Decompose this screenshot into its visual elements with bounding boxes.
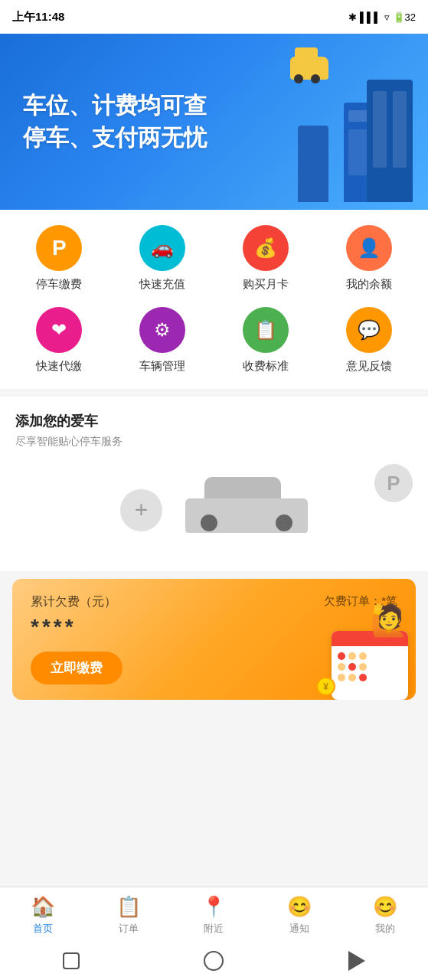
car-illustration — [185, 479, 308, 541]
quick-menu: P 停车缴费 🚗 快速充值 💰 购买月卡 👤 我的余额 ❤ — [0, 210, 428, 389]
notify-icon: 😊 — [287, 895, 312, 919]
mine-icon: 😊 — [373, 895, 397, 919]
buy-monthly-label: 购买月卡 — [243, 277, 289, 292]
cal-dot — [338, 652, 345, 660]
fast-recharge-label: 快速充值 — [139, 277, 185, 292]
home-icon: 🏠 — [31, 895, 55, 919]
car-wheel-right — [276, 514, 292, 531]
nav-item-mine[interactable]: 😊 我的 — [347, 895, 423, 936]
menu-item-parking-fee[interactable]: P 停车缴费 — [17, 225, 101, 292]
car-banner-icon — [290, 57, 328, 80]
nav-item-nearby[interactable]: 📍 附近 — [175, 895, 252, 936]
status-icons: ✱ ▌▌▌ ▿ 🔋32 — [348, 11, 416, 23]
cal-dot — [338, 663, 345, 671]
square-icon — [63, 952, 80, 969]
sys-home-button[interactable] — [200, 947, 227, 975]
circle-icon — [204, 951, 224, 971]
cal-dot — [348, 652, 356, 660]
cal-dot — [359, 652, 367, 660]
building2-icon — [367, 80, 413, 202]
fee-standard-icon: 📋 — [243, 307, 289, 353]
triangle-icon — [348, 951, 365, 971]
menu-row-2: ❤ 快速代缴 ⚙ 车辆管理 📋 收费标准 💬 意见反馈 — [8, 307, 420, 374]
cal-dot — [359, 674, 367, 681]
order-icon: 📋 — [116, 895, 141, 919]
fast-proxy-label: 快速代缴 — [36, 359, 82, 374]
calendar-deco: 🙋 ¥ — [309, 608, 408, 700]
my-balance-label: 我的余额 — [346, 277, 392, 292]
status-bar: 上午11:48 ✱ ▌▌▌ ▿ 🔋32 — [0, 0, 428, 34]
nav-notify-label: 通知 — [289, 922, 309, 936]
battery-icon: 🔋32 — [393, 11, 416, 23]
fee-label: 累计欠费（元） — [31, 594, 123, 610]
add-car-button[interactable]: + — [120, 489, 162, 531]
banner-text: 车位、计费均可查 停车、支付两无忧 — [23, 90, 207, 154]
menu-row-1: P 停车缴费 🚗 快速充值 💰 购买月卡 👤 我的余额 — [8, 225, 420, 292]
car-wheel-left — [201, 514, 217, 531]
parking-p-icon: P — [374, 464, 413, 502]
nav-item-notify[interactable]: 😊 通知 — [261, 895, 338, 936]
cal-dot — [348, 674, 356, 681]
feedback-icon: 💬 — [346, 307, 392, 353]
parking-fee-icon: P — [36, 225, 82, 271]
nearby-icon: 📍 — [201, 895, 226, 919]
add-car-section: 添加您的爱车 尽享智能贴心停车服务 + P — [0, 397, 428, 571]
feedback-label: 意见反馈 — [346, 359, 392, 374]
system-nav-bar — [0, 942, 428, 980]
car-body — [185, 498, 308, 533]
nav-mine-label: 我的 — [375, 922, 395, 936]
my-balance-icon: 👤 — [346, 225, 392, 271]
fee-left: 累计欠费（元） **** 立即缴费 — [31, 594, 123, 684]
sys-back-button[interactable] — [343, 947, 371, 975]
coin-deco-icon: ¥ — [316, 677, 335, 696]
building3-icon — [298, 126, 328, 202]
menu-item-car-manage[interactable]: ⚙ 车辆管理 — [120, 307, 204, 374]
car-display: + P — [15, 464, 413, 556]
pay-now-button[interactable]: 立即缴费 — [31, 652, 123, 684]
content-spacer — [0, 707, 428, 769]
nav-home-label: 首页 — [33, 922, 53, 936]
car-manage-label: 车辆管理 — [139, 359, 185, 374]
bluetooth-icon: ✱ — [348, 11, 357, 23]
fast-recharge-icon: 🚗 — [139, 225, 185, 271]
menu-item-my-balance[interactable]: 👤 我的余额 — [327, 225, 411, 292]
calendar-body — [332, 631, 408, 700]
calendar-dots — [338, 652, 402, 684]
add-car-title: 添加您的爱车 — [15, 412, 413, 430]
nav-item-home[interactable]: 🏠 首页 — [5, 895, 81, 936]
nav-order-label: 订单 — [119, 922, 139, 936]
sys-square-button[interactable] — [57, 947, 85, 975]
wifi-icon: ▿ — [384, 11, 390, 23]
fee-standard-label: 收费标准 — [243, 359, 289, 374]
signal-icon: ▌▌▌ — [360, 11, 381, 23]
menu-item-buy-monthly[interactable]: 💰 购买月卡 — [224, 225, 308, 292]
plus-icon: + — [135, 497, 149, 523]
menu-item-fast-recharge[interactable]: 🚗 快速充值 — [120, 225, 204, 292]
cal-dot — [338, 674, 345, 681]
car-manage-icon: ⚙ — [139, 307, 185, 353]
menu-item-fast-proxy[interactable]: ❤ 快速代缴 — [17, 307, 101, 374]
bottom-nav: 🏠 首页 📋 订单 📍 附近 😊 通知 😊 我的 — [0, 887, 428, 942]
fee-decoration: 🙋 ¥ — [309, 608, 408, 700]
menu-item-fee-standard[interactable]: 📋 收费标准 — [224, 307, 308, 374]
person-deco-icon: 🙋 — [370, 603, 408, 639]
fast-proxy-icon: ❤ — [36, 307, 82, 353]
nav-item-order[interactable]: 📋 订单 — [90, 895, 167, 936]
fee-banner[interactable]: 累计欠费（元） **** 立即缴费 欠费订单：*笔 — [12, 579, 416, 700]
banner-line1: 车位、计费均可查 停车、支付两无忧 — [23, 90, 207, 154]
cal-dot — [348, 663, 356, 671]
menu-item-feedback[interactable]: 💬 意见反馈 — [327, 307, 411, 374]
nav-nearby-label: 附近 — [204, 922, 224, 936]
status-time: 上午11:48 — [12, 10, 64, 24]
fee-amount: **** — [31, 615, 123, 639]
buy-monthly-icon: 💰 — [243, 225, 289, 271]
banner: 车位、计费均可查 停车、支付两无忧 — [0, 34, 428, 210]
cal-dot — [359, 663, 367, 671]
add-car-subtitle: 尽享智能贴心停车服务 — [15, 435, 413, 449]
parking-fee-label: 停车缴费 — [36, 277, 82, 292]
